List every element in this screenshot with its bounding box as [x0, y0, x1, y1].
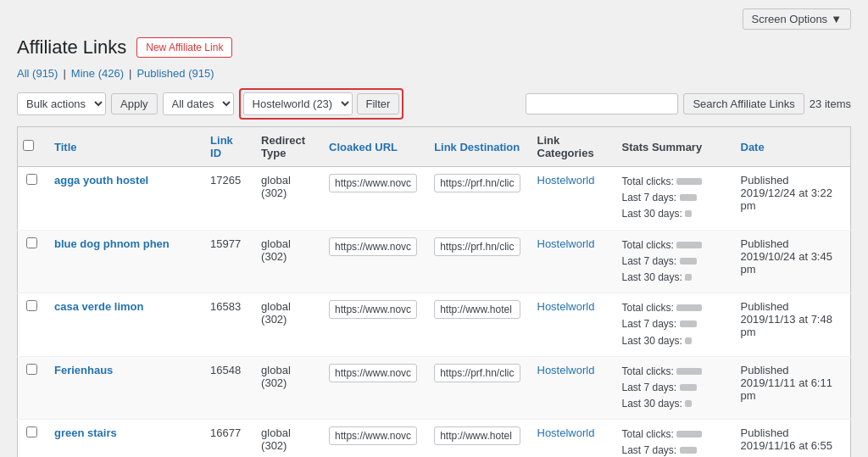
cloaked-url-field: https://www.novc [329, 364, 417, 382]
stats-total: Total clicks: [622, 364, 724, 380]
screen-options-button[interactable]: Screen Options ▼ [743, 8, 851, 30]
date-value: 2019/12/24 at 3:22 pm [741, 187, 832, 212]
row-checkbox-cell [18, 230, 47, 293]
apply-button[interactable]: Apply [111, 93, 158, 114]
screen-options-label: Screen Options [752, 13, 828, 25]
category-filter-select[interactable]: Hostelworld (23) [243, 92, 353, 115]
actions-bar: Bulk actions Apply All dates Hostelworld… [17, 88, 851, 120]
row-checkbox[interactable] [26, 426, 37, 437]
date-status: Published [741, 237, 789, 250]
column-cloaked-sort[interactable]: Cloaked URL [329, 141, 398, 153]
destination-url-field: https://prf.hn/clic [434, 174, 520, 192]
row-destination-cell: http://www.hotel [426, 293, 528, 357]
row-category-cell: Hostelworld [529, 420, 614, 457]
row-date-cell: Published 2019/11/16 at 6:55 [732, 420, 851, 457]
stats-30days: Last 30 days: [622, 270, 724, 286]
select-all-checkbox[interactable] [23, 140, 34, 151]
stats-summary: Total clicks: Last 7 days: Last 30 days: [622, 364, 724, 413]
date-value: 2019/11/11 at 6:11 pm [741, 376, 832, 402]
column-title-sort[interactable]: Title [54, 141, 77, 153]
row-checkbox[interactable] [26, 364, 37, 375]
date-value: 2019/11/13 at 7:48 pm [741, 313, 832, 338]
column-destination-sort[interactable]: Link Destination [434, 141, 520, 153]
row-checkbox-cell [18, 420, 47, 457]
row-date-cell: Published 2019/11/13 at 7:48 pm [732, 293, 851, 357]
column-stats: Stats Summary [614, 127, 732, 167]
category-link[interactable]: Hostelworld [537, 300, 595, 313]
stats-7days: Last 7 days: [622, 443, 724, 457]
stats-30days: Last 30 days: [622, 333, 724, 349]
cloaked-url-field: https://www.novc [329, 300, 417, 319]
row-checkbox-cell [18, 293, 47, 357]
column-linkid-sort[interactable]: Link ID [210, 134, 233, 159]
search-input[interactable] [526, 93, 678, 114]
stats-total-bar [676, 242, 702, 248]
row-cloaked-cell: https://www.novc [320, 356, 426, 420]
destination-url-field: https://prf.hn/clic [434, 364, 520, 382]
stats-total: Total clicks: [622, 237, 724, 254]
stats-30days: Last 30 days: [622, 206, 724, 222]
row-redirect-cell: global (302) [253, 230, 320, 293]
filter-button[interactable]: Filter [357, 93, 400, 114]
category-link[interactable]: Hostelworld [537, 426, 595, 439]
row-stats-cell: Total clicks: Last 7 days: Last 30 days: [614, 293, 732, 357]
stats-7days: Last 7 days: [622, 316, 724, 332]
row-cloaked-cell: https://www.novc [320, 167, 426, 231]
category-link[interactable]: Hostelworld [537, 174, 595, 187]
column-date-sort[interactable]: Date [741, 141, 765, 153]
bulk-actions-select[interactable]: Bulk actions [17, 92, 106, 115]
column-redirect: Redirect Type [253, 127, 320, 167]
row-destination-cell: https://prf.hn/clic [426, 167, 528, 231]
row-title-link[interactable]: blue dog phnom phen [54, 237, 170, 250]
row-title-link[interactable]: casa verde limon [54, 300, 144, 313]
date-value: 2019/11/16 at 6:55 [741, 439, 832, 452]
stats-summary: Total clicks: Last 7 days: Last 30 days: [622, 174, 724, 223]
date-status: Published [741, 300, 789, 313]
subnav-published[interactable]: Published (915) [136, 67, 214, 80]
subnav-mine[interactable]: Mine (426) [71, 67, 124, 80]
row-title-link[interactable]: Ferienhaus [54, 364, 113, 376]
category-link[interactable]: Hostelworld [537, 364, 595, 376]
stats-total: Total clicks: [622, 174, 724, 190]
dates-filter-select[interactable]: All dates [163, 92, 234, 115]
table-row: green stairs 16677 global (302) https://… [18, 420, 851, 457]
row-stats-cell: Total clicks: Last 7 days: Last 30 days: [614, 167, 732, 231]
row-checkbox[interactable] [26, 237, 37, 248]
row-checkbox-cell [18, 167, 47, 231]
stats-30days-bar [685, 210, 692, 217]
row-linkid-cell: 17265 [202, 167, 253, 231]
category-link[interactable]: Hostelworld [537, 237, 595, 250]
stats-7days-bar [680, 194, 697, 201]
row-linkid-cell: 16677 [202, 420, 253, 457]
row-stats-cell: Total clicks: Last 7 days: Last 30 days: [614, 420, 732, 457]
stats-30days-bar [685, 337, 692, 344]
search-button[interactable]: Search Affiliate Links [683, 93, 804, 114]
row-title-cell: green stairs [46, 420, 202, 457]
stats-7days-bar [680, 447, 697, 454]
column-title: Title [46, 127, 202, 167]
row-checkbox[interactable] [26, 174, 37, 185]
row-checkbox[interactable] [26, 300, 37, 311]
date-status: Published [741, 364, 789, 376]
items-count: 23 items [810, 98, 851, 110]
row-title-link[interactable]: green stairs [54, 426, 117, 439]
row-stats-cell: Total clicks: Last 7 days: Last 30 days: [614, 356, 732, 420]
row-date-cell: Published 2019/12/24 at 3:22 pm [732, 167, 851, 231]
filter-highlight-box: Hostelworld (23) Filter [239, 88, 404, 120]
table-row: agga youth hostel 17265 global (302) htt… [18, 167, 851, 231]
row-title-link[interactable]: agga youth hostel [54, 174, 148, 187]
stats-7days-bar [680, 258, 697, 265]
search-area: Search Affiliate Links 23 items [526, 93, 851, 114]
subnav-all[interactable]: All (915) [17, 67, 58, 80]
stats-7days: Last 7 days: [622, 190, 724, 206]
row-redirect-cell: global (302) [253, 167, 320, 231]
stats-total-bar [676, 304, 702, 311]
row-redirect-cell: global (302) [253, 356, 320, 420]
row-linkid-cell: 15977 [202, 230, 253, 293]
column-date: Date [732, 127, 851, 167]
cloaked-url-field: https://www.novc [329, 174, 417, 192]
new-affiliate-link-button[interactable]: New Affiliate Link [136, 37, 232, 58]
row-cloaked-cell: https://www.novc [320, 230, 426, 293]
destination-url-field: http://www.hotel [434, 426, 520, 445]
row-category-cell: Hostelworld [529, 230, 614, 293]
